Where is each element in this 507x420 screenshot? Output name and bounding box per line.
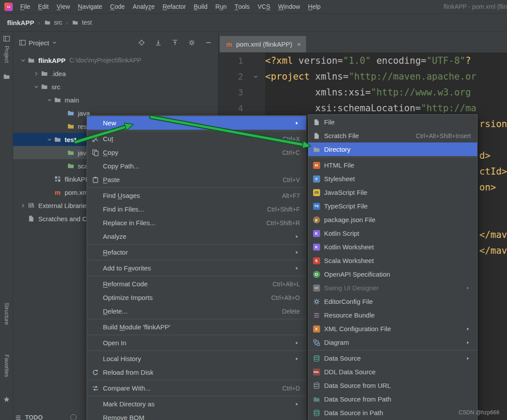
star-icon[interactable] bbox=[3, 396, 10, 403]
folder-res-icon bbox=[67, 123, 75, 130]
menubar-item-view[interactable]: View bbox=[53, 0, 74, 13]
menu-item-package-json-file[interactable]: ppackage.json File bbox=[308, 213, 477, 226]
folder-icon bbox=[312, 146, 321, 153]
menu-item-resource-bundle[interactable]: Resource Bundle bbox=[308, 308, 477, 322]
css-icon: # bbox=[312, 175, 321, 183]
tree-label: src bbox=[51, 83, 60, 91]
menubar-item-vc-s[interactable]: VCS bbox=[254, 0, 274, 13]
menubar-item-r-un[interactable]: Run bbox=[212, 0, 231, 13]
menu-item-copy-path[interactable]: Copy Path... bbox=[87, 159, 306, 173]
chevron-down-icon[interactable] bbox=[45, 136, 54, 143]
menu-item-cu-t[interactable]: CutCtrl+X bbox=[87, 132, 306, 146]
tool-strip-project[interactable]: Project bbox=[4, 46, 10, 63]
chevron-spacer bbox=[58, 149, 67, 156]
tree-row-idea[interactable]: .idea bbox=[13, 67, 218, 80]
menu-item-kotlin-script[interactable]: KKotlin Script bbox=[308, 226, 477, 240]
menu-item-ddl-data-source[interactable]: DDLDDL Data Source bbox=[308, 365, 477, 379]
gear-icon[interactable] bbox=[188, 39, 195, 47]
menu-item-open-in[interactable]: Open In bbox=[87, 336, 306, 350]
menu-item-remove-bom[interactable]: Remove BOM bbox=[87, 411, 306, 420]
menu-item-scratch-file[interactable]: Scratch FileCtrl+Alt+Shift+Insert bbox=[308, 129, 477, 142]
tool-strip-favorites[interactable]: Favorites bbox=[4, 354, 10, 377]
menubar-item-file[interactable]: File bbox=[16, 0, 34, 13]
menu-item-data-source-from-url[interactable]: Data Source from URL bbox=[308, 379, 477, 392]
tree-row-src[interactable]: src bbox=[13, 80, 218, 93]
menubar-item-analy-ze[interactable]: Analyze bbox=[129, 0, 159, 13]
shortcut-hint: Ctrl+Shift+F bbox=[267, 206, 300, 213]
submenu-arrow-icon bbox=[465, 340, 471, 345]
menubar-item-code[interactable]: Code bbox=[106, 0, 128, 13]
menu-item-analyze[interactable]: Analyze bbox=[87, 230, 306, 243]
shortcut-hint: Ctrl+V bbox=[283, 176, 300, 183]
target-icon[interactable] bbox=[138, 39, 145, 47]
menu-item-paste[interactable]: PasteCtrl+V bbox=[87, 173, 306, 186]
menu-item-directory[interactable]: Directory bbox=[308, 142, 477, 156]
editor-tab-pom-xml[interactable]: m pom.xml (flinkAPP) × bbox=[220, 36, 306, 52]
tree-row-flinkapp[interactable]: flinkAPPC:\doc\myProject\flinkAPP bbox=[13, 54, 218, 67]
menubar-item-refactor[interactable]: Refactor bbox=[159, 0, 190, 13]
menu-item-data-source-in-path[interactable]: Data Source in Path bbox=[308, 406, 477, 420]
menu-item-replace-in-files[interactable]: Replace in Files...Ctrl+Shift+R bbox=[87, 216, 306, 230]
circle-tool-icon[interactable] bbox=[70, 414, 77, 420]
chevron-spacer bbox=[45, 175, 54, 183]
menu-item-file[interactable]: File bbox=[308, 115, 477, 129]
menu-item-build-module-flinkapp[interactable]: Build Module 'flinkAPP' bbox=[87, 320, 306, 334]
chevron-down-icon[interactable] bbox=[45, 96, 54, 103]
menu-item-mark-directory-as[interactable]: Mark Directory as bbox=[87, 397, 306, 411]
submenu-arrow-icon bbox=[465, 356, 471, 361]
menu-item-compare-with[interactable]: Compare With...Ctrl+D bbox=[87, 381, 306, 395]
menu-item-diagram[interactable]: Diagram bbox=[308, 336, 477, 349]
menu-item-copy[interactable]: CopyCtrl+C bbox=[87, 146, 306, 159]
menu-item-data-source-from-path[interactable]: Data Source from Path bbox=[308, 392, 477, 406]
menubar-item-navigate[interactable]: Navigate bbox=[74, 0, 106, 13]
menu-item-optimize-imports[interactable]: Optimize ImportsCtrl+Alt+O bbox=[87, 291, 306, 304]
db-icon bbox=[313, 354, 321, 362]
menubar-item-window[interactable]: Window bbox=[274, 0, 304, 13]
chevron-right-icon[interactable] bbox=[32, 70, 40, 77]
menu-item-editorconfig-file[interactable]: EditorConfig File bbox=[308, 295, 477, 308]
menu-item-typescript-file[interactable]: TSTypeScript File bbox=[308, 199, 477, 213]
menu-item-scala-worksheet[interactable]: SScala Worksheet bbox=[308, 254, 477, 267]
breadcrumb-item-flinkapp[interactable]: flinkAPP bbox=[7, 19, 34, 26]
editor-tab-bar: m pom.xml (flinkAPP) × bbox=[219, 32, 507, 53]
menu-item-label: Data Source bbox=[324, 354, 361, 362]
expand-all-icon[interactable] bbox=[154, 39, 162, 47]
menubar-item-help[interactable]: Help bbox=[304, 0, 325, 13]
breadcrumb-item-src[interactable]: src bbox=[44, 19, 62, 26]
close-tab-icon[interactable]: × bbox=[297, 40, 301, 48]
chevron-down-icon[interactable] bbox=[32, 83, 40, 90]
menu-item-delete[interactable]: Delete...Delete bbox=[87, 304, 306, 318]
menu-item-kotlin-worksheet[interactable]: KKotlin Worksheet bbox=[308, 240, 477, 254]
menu-item-add-to-f-avorites[interactable]: Add to Favorites bbox=[87, 261, 306, 275]
menubar-item-tools[interactable]: Tools bbox=[230, 0, 253, 13]
menu-item-label: Resource Bundle bbox=[324, 311, 375, 319]
menu-item-reload-from-disk[interactable]: Reload from Disk bbox=[87, 365, 306, 379]
project-panel-title[interactable]: Project bbox=[29, 39, 49, 47]
menu-item-local-history[interactable]: Local History bbox=[87, 352, 306, 365]
menu-item-refactor[interactable]: Refactor bbox=[87, 245, 306, 259]
menu-item-stylesheet[interactable]: #Stylesheet bbox=[308, 172, 477, 186]
chevron-down-icon[interactable] bbox=[18, 57, 27, 64]
menu-item-xml-configuration-file[interactable]: XXML Configuration File bbox=[308, 322, 477, 336]
collapse-all-icon[interactable] bbox=[171, 39, 179, 47]
menu-item-data-source[interactable]: Data Source bbox=[308, 351, 477, 365]
menu-item-openapi-spec[interactable]: OOpenAPI Specification bbox=[308, 267, 477, 281]
menu-item-find-in-files[interactable]: Find in Files...Ctrl+Shift+F bbox=[87, 202, 306, 216]
menu-item-new[interactable]: New bbox=[87, 116, 306, 130]
menubar-item-build[interactable]: Build bbox=[190, 0, 212, 13]
menu-item-javascript-file[interactable]: JSJavaScript File bbox=[308, 186, 477, 199]
menu-item-reformat-code[interactable]: Reformat CodeCtrl+Alt+L bbox=[87, 277, 306, 291]
minimize-icon[interactable] bbox=[204, 39, 212, 47]
breadcrumb-item-test[interactable]: test bbox=[71, 19, 92, 26]
menu-item-html-file[interactable]: HHTML File bbox=[308, 158, 477, 172]
todo-tool-button[interactable]: TODO bbox=[25, 414, 43, 420]
tree-row-main[interactable]: main bbox=[13, 93, 218, 106]
project-tool-icon[interactable] bbox=[3, 35, 10, 42]
menu-item-swing-ui-designer[interactable]: UISwing UI Designer bbox=[308, 281, 477, 295]
folder-icon[interactable] bbox=[3, 73, 10, 80]
chevron-down-icon[interactable] bbox=[52, 40, 57, 45]
menu-item-find-usages[interactable]: Find UsagesAlt+F7 bbox=[87, 189, 306, 202]
chevron-right-icon[interactable] bbox=[18, 202, 27, 209]
tool-strip-structure[interactable]: Structure bbox=[4, 303, 10, 325]
menubar-item-edit[interactable]: Edit bbox=[34, 0, 53, 13]
